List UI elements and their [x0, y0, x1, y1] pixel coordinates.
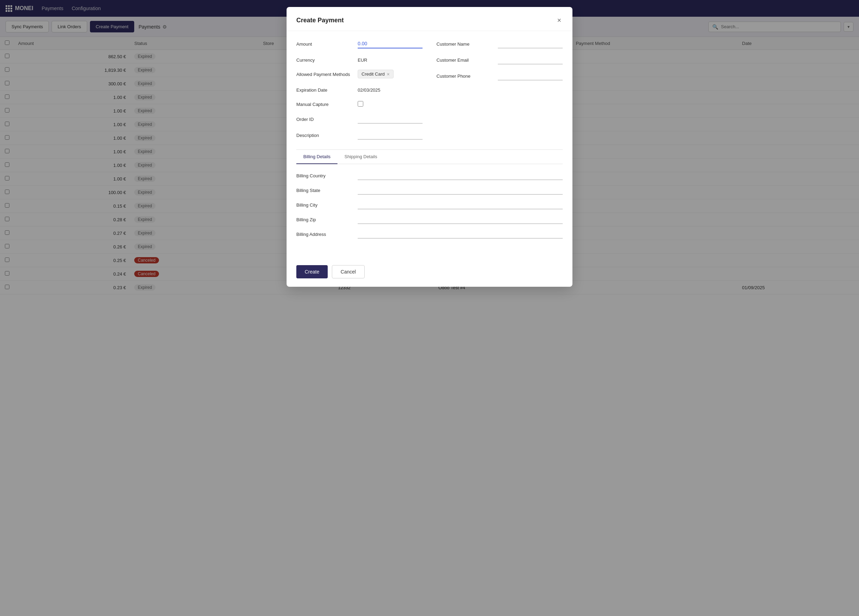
currency-row: Currency EUR [296, 55, 423, 63]
order-id-row: Order ID [296, 115, 423, 124]
billing-city-input[interactable] [358, 200, 563, 209]
description-input[interactable] [358, 131, 423, 140]
credit-card-tag-label: Credit Card [362, 72, 384, 76]
order-id-label: Order ID [296, 115, 352, 122]
billing-country-row: Billing Country [296, 171, 563, 180]
currency-value: EUR [358, 55, 367, 63]
create-payment-modal: Create Payment × Amount Currency EUR [287, 7, 572, 287]
currency-label: Currency [296, 55, 352, 63]
amount-label: Amount [296, 39, 352, 47]
billing-zip-label: Billing Zip [296, 217, 352, 222]
payment-methods-label: Allowed Payment Methods [296, 70, 352, 77]
expiration-date-row: Expiration Date 02/03/2025 [296, 85, 423, 93]
billing-address-input[interactable] [358, 229, 563, 239]
billing-city-row: Billing City [296, 200, 563, 209]
billing-country-input[interactable] [358, 171, 563, 180]
billing-state-row: Billing State [296, 186, 563, 195]
customer-phone-row: Customer Phone [436, 72, 563, 81]
billing-state-input[interactable] [358, 186, 563, 195]
modal-header: Create Payment × [287, 7, 572, 31]
customer-name-input[interactable] [498, 39, 563, 48]
customer-phone-label: Customer Phone [436, 72, 492, 79]
remove-credit-card-button[interactable]: × [387, 72, 389, 76]
billing-country-label: Billing Country [296, 173, 352, 178]
create-button[interactable]: Create [296, 265, 328, 278]
tab-billing-details[interactable]: Billing Details [296, 150, 337, 164]
credit-card-tag: Credit Card × [358, 70, 394, 78]
manual-capture-row: Manual Capture [296, 100, 423, 108]
billing-address-label: Billing Address [296, 232, 352, 237]
customer-email-input[interactable] [498, 55, 563, 64]
billing-zip-row: Billing Zip [296, 215, 563, 224]
form-grid: Amount Currency EUR Allowed Payment Meth… [296, 39, 563, 147]
billing-zip-input[interactable] [358, 215, 563, 224]
billing-state-label: Billing State [296, 188, 352, 193]
expiration-date-value: 02/03/2025 [358, 85, 380, 93]
modal-overlay: Create Payment × Amount Currency EUR [0, 0, 859, 616]
customer-name-label: Customer Name [436, 39, 492, 47]
description-row: Description [296, 131, 423, 140]
tab-shipping-details[interactable]: Shipping Details [337, 150, 384, 164]
amount-input[interactable] [358, 39, 423, 48]
order-id-input[interactable] [358, 115, 423, 124]
modal-body: Amount Currency EUR Allowed Payment Meth… [287, 31, 572, 260]
billing-city-label: Billing City [296, 203, 352, 207]
payment-methods-row: Allowed Payment Methods Credit Card × [296, 70, 423, 78]
customer-name-row: Customer Name [436, 39, 563, 48]
amount-row: Amount [296, 39, 423, 48]
cancel-button[interactable]: Cancel [332, 265, 365, 278]
expiration-date-label: Expiration Date [296, 85, 352, 93]
manual-capture-label: Manual Capture [296, 100, 352, 107]
billing-address-row: Billing Address [296, 229, 563, 239]
payment-methods-tags: Credit Card × [358, 70, 394, 78]
form-right-column: Customer Name Customer Email Customer Ph… [436, 39, 563, 147]
modal-close-button[interactable]: × [556, 15, 563, 25]
modal-title: Create Payment [296, 17, 344, 24]
form-left-column: Amount Currency EUR Allowed Payment Meth… [296, 39, 423, 147]
description-label: Description [296, 131, 352, 138]
manual-capture-checkbox-wrapper [358, 100, 363, 108]
customer-email-label: Customer Email [436, 55, 492, 63]
manual-capture-checkbox[interactable] [358, 101, 363, 107]
billing-tab-body: Billing Country Billing State Billing Ci… [296, 164, 563, 251]
customer-phone-input[interactable] [498, 72, 563, 81]
tabs-section: Billing Details Shipping Details Billing… [296, 150, 563, 251]
modal-footer: Create Cancel [287, 260, 572, 287]
tabs-header: Billing Details Shipping Details [296, 150, 563, 164]
customer-email-row: Customer Email [436, 55, 563, 64]
